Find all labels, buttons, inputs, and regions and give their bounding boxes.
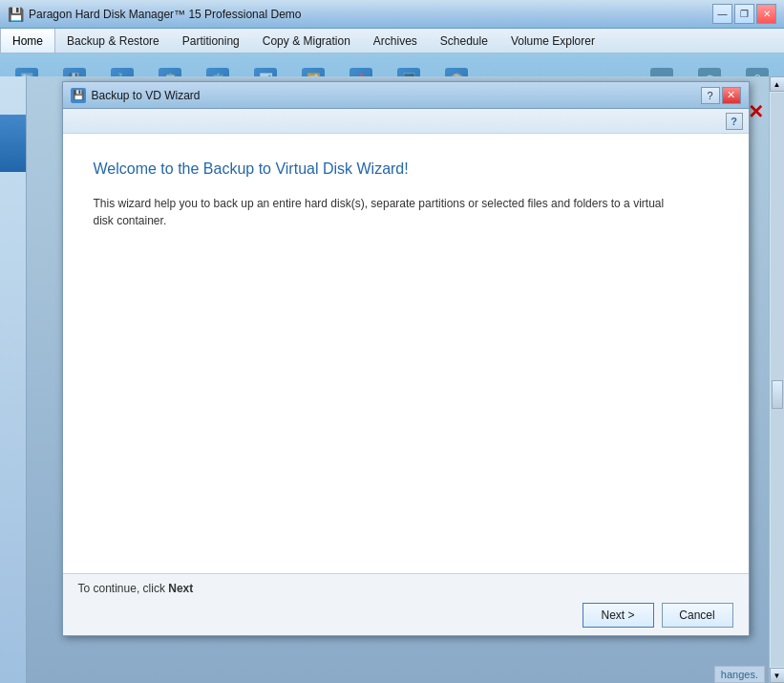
app-icon: 💾 <box>8 7 23 22</box>
close-button[interactable]: ✕ <box>756 4 776 24</box>
menu-item-schedule[interactable]: Schedule <box>429 29 499 53</box>
dialog-help-title-button[interactable]: ? <box>701 87 720 104</box>
dialog-buttons: Next > Cancel <box>78 603 733 628</box>
dialog-body: Welcome to the Backup to Virtual Disk Wi… <box>63 134 749 573</box>
wizard-dialog: 💾 Backup to VD Wizard ? ✕ ? Welcome to t… <box>62 81 750 636</box>
dialog-help-button[interactable]: ? <box>726 113 743 130</box>
dialog-welcome-title: Welcome to the Backup to Virtual Disk Wi… <box>94 160 718 178</box>
dialog-title-buttons: ? ✕ <box>701 87 741 104</box>
menu-item-backup-restore[interactable]: Backup & Restore <box>55 29 171 53</box>
menu-item-home[interactable]: Home <box>0 29 55 53</box>
scroll-track[interactable] <box>771 93 784 667</box>
minimize-button[interactable]: — <box>712 4 732 24</box>
window-controls: — ❐ ✕ <box>712 4 776 24</box>
dialog-toolbar: ? <box>63 109 749 134</box>
cancel-button[interactable]: Cancel <box>662 603 733 628</box>
sidebar-highlight <box>0 115 26 172</box>
app-title: Paragon Hard Disk Manager™ 15 Profession… <box>29 8 712 21</box>
menu-item-copy-migration[interactable]: Copy & Migration <box>251 29 362 53</box>
dialog-hint: To continue, click Next <box>78 582 733 595</box>
dialog-hint-prefix: To continue, click <box>78 582 169 595</box>
dialog-title-text: Backup to VD Wizard <box>92 89 701 102</box>
main-content: ✕ 💾 Backup to VD Wizard ? ✕ ? <box>0 76 784 683</box>
dialog-hint-bold: Next <box>168 582 193 595</box>
content-area: ✕ 💾 Backup to VD Wizard ? ✕ ? <box>27 76 784 683</box>
changes-bar: hanges. <box>714 666 765 683</box>
dialog-titlebar: 💾 Backup to VD Wizard ? ✕ <box>63 82 749 109</box>
right-scrollbar: ▲ ▼ <box>769 76 784 683</box>
dialog-description: This wizard help you to back up an entir… <box>94 195 667 229</box>
menu-item-archives[interactable]: Archives <box>362 29 429 53</box>
sidebar <box>0 76 27 683</box>
menu-item-partitioning[interactable]: Partitioning <box>171 29 251 53</box>
scroll-up-arrow[interactable]: ▲ <box>770 76 785 92</box>
restore-button[interactable]: ❐ <box>734 4 754 24</box>
scroll-down-arrow[interactable]: ▼ <box>770 668 785 683</box>
dialog-title-icon: 💾 <box>71 88 86 103</box>
menu-bar: Home Backup & Restore Partitioning Copy … <box>0 29 784 53</box>
next-button[interactable]: Next > <box>583 603 654 628</box>
title-bar: 💾 Paragon Hard Disk Manager™ 15 Professi… <box>0 0 784 29</box>
dialog-footer: To continue, click Next Next > Cancel <box>63 573 749 635</box>
menu-item-volume-explorer[interactable]: Volume Explorer <box>499 29 606 53</box>
dialog-close-title-button[interactable]: ✕ <box>722 87 741 104</box>
dialog-overlay: 💾 Backup to VD Wizard ? ✕ ? Welcome to t… <box>27 76 784 683</box>
scroll-thumb[interactable] <box>772 380 783 409</box>
